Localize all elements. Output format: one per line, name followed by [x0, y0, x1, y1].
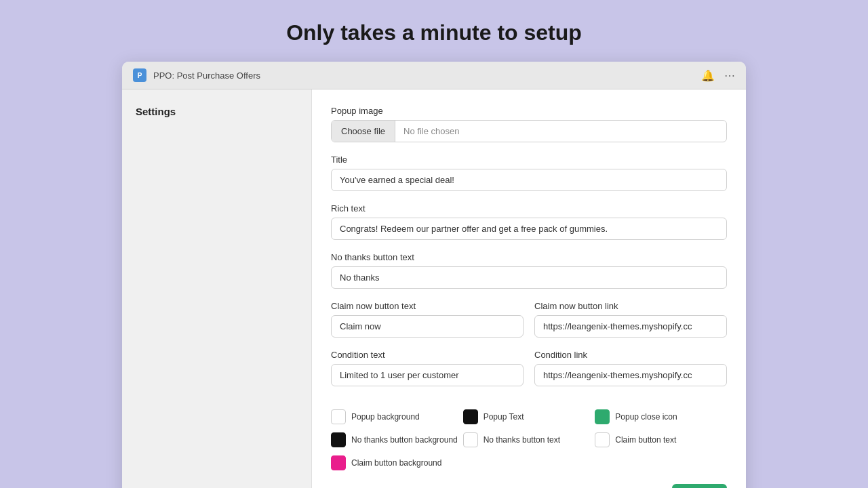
color-swatch-no-thanks-text[interactable]	[463, 432, 478, 447]
title-input[interactable]	[331, 169, 727, 191]
popup-image-label: Popup image	[331, 106, 727, 116]
rich-text-section: Rich text	[331, 203, 727, 240]
sidebar-title: Settings	[136, 106, 176, 117]
claim-now-input[interactable]	[331, 315, 524, 338]
save-button[interactable]: Save	[672, 484, 727, 488]
claim-now-label: Claim now button text	[331, 301, 524, 311]
no-thanks-section: No thanks button text	[331, 252, 727, 289]
no-thanks-input[interactable]	[331, 266, 727, 289]
condition-row: Condition text Condition link	[331, 350, 727, 399]
browser-bar: P PPO: Post Purchase Offers 🔔 ⋯	[122, 62, 746, 89]
color-label-popup-text: Popup Text	[484, 412, 524, 422]
rich-text-input[interactable]	[331, 218, 727, 240]
save-row: Save	[331, 484, 727, 488]
browser-content: Settings Popup image Choose file No file…	[122, 89, 746, 488]
title-section: Title	[331, 155, 727, 191]
claim-row: Claim now button text Claim now button l…	[331, 301, 727, 350]
color-label-no-thanks-text: No thanks button text	[484, 435, 560, 445]
color-swatch-popup-text[interactable]	[463, 409, 478, 424]
condition-text-label: Condition text	[331, 350, 524, 360]
claim-link-label: Claim now button link	[534, 301, 727, 311]
color-option-no-thanks-bg: No thanks button background	[331, 432, 463, 447]
color-label-popup-close: Popup close icon	[615, 412, 677, 422]
color-option-claim-text: Claim button text	[595, 432, 727, 447]
color-label-claim-text: Claim button text	[615, 435, 676, 445]
app-title: PPO: Post Purchase Offers	[153, 70, 260, 81]
color-swatch-claim-text[interactable]	[595, 432, 610, 447]
color-option-no-thanks-text: No thanks button text	[463, 432, 595, 447]
popup-image-section: Popup image Choose file No file chosen	[331, 106, 727, 142]
color-option-claim-bg: Claim button background	[331, 455, 463, 470]
color-swatch-popup-bg[interactable]	[331, 409, 346, 424]
browser-window: P PPO: Post Purchase Offers 🔔 ⋯ Settings…	[122, 62, 746, 488]
more-icon[interactable]: ⋯	[724, 69, 735, 82]
no-thanks-label: No thanks button text	[331, 252, 727, 262]
browser-bar-left: P PPO: Post Purchase Offers	[133, 68, 260, 82]
page-main-title: Only takes a minute to setup	[286, 20, 582, 45]
color-swatch-popup-close[interactable]	[595, 409, 610, 424]
bell-icon[interactable]: 🔔	[701, 69, 715, 82]
browser-bar-right: 🔔 ⋯	[701, 69, 735, 82]
file-input-row: Choose file No file chosen	[331, 120, 727, 142]
claim-now-section: Claim now button text	[331, 301, 524, 338]
app-icon: P	[133, 68, 146, 82]
color-options: Popup backgroundPopup TextPopup close ic…	[331, 409, 727, 470]
condition-link-input[interactable]	[534, 364, 727, 386]
sidebar: Settings	[122, 89, 312, 488]
color-swatch-claim-bg[interactable]	[331, 455, 346, 470]
condition-link-section: Condition link	[534, 350, 727, 386]
claim-link-input[interactable]	[534, 315, 727, 338]
color-label-popup-bg: Popup background	[351, 412, 420, 422]
color-option-popup-bg: Popup background	[331, 409, 463, 424]
choose-file-button[interactable]: Choose file	[332, 121, 395, 142]
title-label: Title	[331, 155, 727, 165]
color-option-popup-text: Popup Text	[463, 409, 595, 424]
claim-link-section: Claim now button link	[534, 301, 727, 338]
main-content: Popup image Choose file No file chosen T…	[312, 89, 746, 488]
condition-text-section: Condition text	[331, 350, 524, 386]
color-label-claim-bg: Claim button background	[351, 458, 441, 468]
color-option-popup-close: Popup close icon	[595, 409, 727, 424]
file-name-display: No file chosen	[395, 121, 726, 142]
color-label-no-thanks-bg: No thanks button background	[351, 435, 458, 445]
color-swatch-no-thanks-bg[interactable]	[331, 432, 346, 447]
condition-text-input[interactable]	[331, 364, 524, 386]
rich-text-label: Rich text	[331, 203, 727, 214]
condition-link-label: Condition link	[534, 350, 727, 360]
